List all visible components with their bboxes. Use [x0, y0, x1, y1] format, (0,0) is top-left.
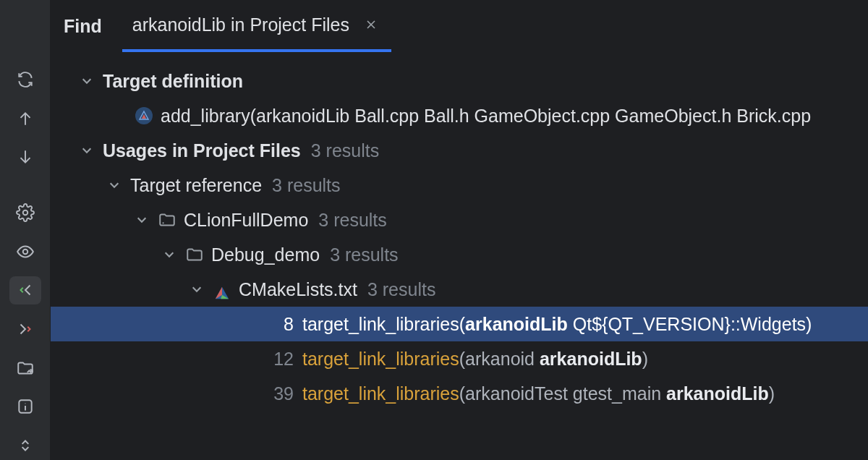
result-count: 3 results: [330, 242, 398, 268]
group-target-reference[interactable]: Target reference 3 results: [51, 168, 868, 203]
group-target-definition[interactable]: Target definition: [51, 64, 868, 98]
search-tab-label: arkanoidLib in Project Files: [132, 14, 349, 35]
definition-code-row[interactable]: add_library(arkanoidLib Ball.cpp Ball.h …: [51, 98, 868, 133]
result-count: 3 results: [367, 276, 435, 302]
svg-point-3: [22, 249, 27, 254]
svg-point-2: [22, 210, 27, 216]
find-title[interactable]: Find: [56, 16, 122, 37]
info-button[interactable]: [9, 393, 41, 422]
find-panel-header: Find arkanoidLib in Project Files: [51, 0, 868, 52]
left-toolstrip: *: [0, 0, 51, 460]
line-number: 8: [268, 311, 294, 337]
chevron-down-icon: [80, 74, 94, 88]
cmake-file-icon: [213, 280, 231, 299]
usage-code: target_link_libraries(arkanoidLib Qt${QT…: [302, 311, 812, 337]
next-occurrence-button[interactable]: [9, 142, 41, 171]
usage-code: target_link_libraries(arkanoid arkanoidL…: [302, 346, 648, 372]
usage-row[interactable]: 12target_link_libraries(arkanoid arkanoi…: [51, 341, 868, 376]
usage-row[interactable]: 39target_link_libraries(arkanoidTest gte…: [51, 376, 868, 411]
settings-button[interactable]: [9, 198, 41, 227]
usage-code: target_link_libraries(arkanoidTest gtest…: [302, 380, 775, 406]
definition-code: add_library(arkanoidLib Ball.cpp Ball.h …: [161, 103, 811, 129]
close-tab-button[interactable]: [362, 16, 380, 33]
results-tree: Target definition add_library(arkanoidLi…: [51, 52, 868, 460]
search-tab[interactable]: arkanoidLib in Project Files: [122, 0, 391, 52]
result-count: 3 results: [311, 137, 379, 163]
chevron-down-icon: [135, 213, 149, 227]
group-label: Usages in Project Files: [103, 137, 301, 163]
prev-occurrence-button[interactable]: [9, 104, 41, 133]
chevron-down-icon: [80, 143, 94, 158]
group-label: Target definition: [103, 68, 243, 94]
chevron-down-icon: [162, 247, 176, 262]
group-label: Debug_demo: [211, 242, 320, 268]
chevron-down-icon: [107, 178, 122, 192]
group-project[interactable]: CLionFullDemo 3 results: [51, 203, 868, 237]
svg-text:*: *: [30, 367, 34, 375]
result-count: 3 results: [318, 207, 386, 233]
usage-row[interactable]: 8target_link_libraries(arkanoidLib Qt${Q…: [51, 307, 868, 341]
group-folder[interactable]: Debug_demo 3 results: [51, 237, 868, 272]
chevron-down-icon: [190, 282, 204, 297]
group-label: CMakeLists.txt: [239, 276, 357, 302]
preview-button[interactable]: [9, 237, 41, 266]
refresh-button[interactable]: [9, 65, 41, 94]
new-folder-button[interactable]: *: [9, 354, 41, 383]
group-usages[interactable]: Usages in Project Files 3 results: [51, 133, 868, 168]
group-label: CLionFullDemo: [184, 207, 308, 233]
folder-icon: [185, 245, 204, 264]
expand-collapse-button[interactable]: [9, 431, 41, 460]
group-file[interactable]: CMakeLists.txt 3 results: [51, 272, 868, 307]
line-number: 12: [268, 346, 294, 372]
import-button[interactable]: [9, 276, 41, 305]
export-button[interactable]: [9, 315, 41, 344]
svg-point-16: [163, 222, 164, 223]
result-count: 3 results: [272, 172, 340, 198]
group-label: Target reference: [130, 172, 262, 198]
line-number: 39: [268, 380, 294, 406]
search-result-icon: [135, 106, 153, 125]
project-folder-icon: [158, 210, 176, 229]
